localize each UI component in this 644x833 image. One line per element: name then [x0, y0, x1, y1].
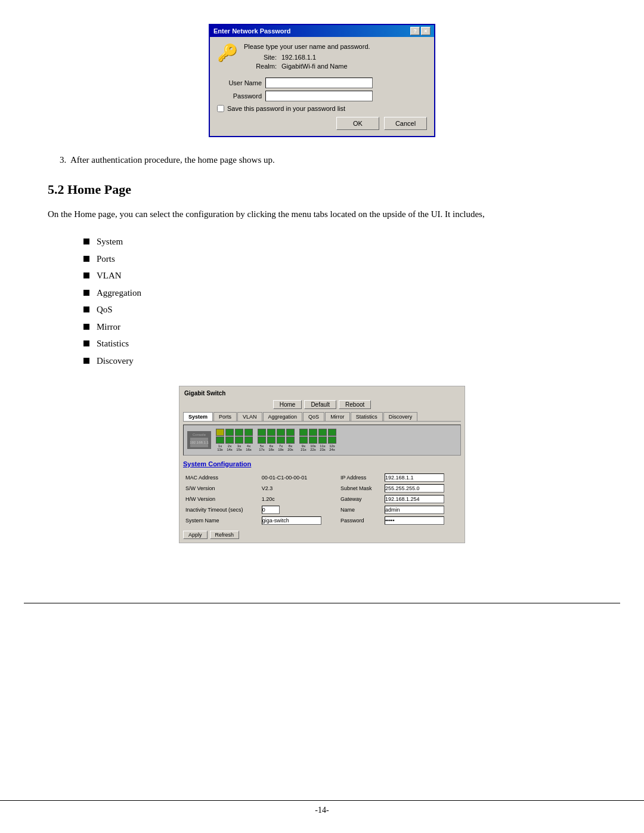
dialog-help-button[interactable]: ?: [410, 27, 420, 35]
switch-ui-screenshot: Gigabit Switch Home Default Reboot Syste…: [48, 386, 596, 543]
mac-address-label: MAC Address: [183, 472, 259, 483]
config-table: MAC Address 00-01-C1-00-00-01 IP Address…: [183, 472, 461, 526]
ok-button[interactable]: OK: [336, 117, 379, 130]
hw-version-label: H/W Version: [183, 494, 259, 504]
port-20[interactable]: [328, 429, 336, 436]
bullet-icon: [83, 239, 89, 244]
sw-version-row: S/W Version V2.3 Subnet Mask: [183, 483, 461, 494]
tab-aggregation[interactable]: Aggregation: [263, 412, 303, 421]
network-password-dialog: Enter Network Password ? × 🔑 Please type…: [209, 24, 435, 137]
inactivity-input[interactable]: [262, 506, 280, 514]
port-6[interactable]: [225, 436, 234, 444]
switch-nav-buttons: Home Default Reboot: [183, 400, 461, 409]
port-labels-2b: 17x 18x 19x 20x: [258, 448, 295, 451]
port-labels-3b: 21x 22x 23x 24x: [299, 448, 336, 451]
section-heading: 5.2 Home Page: [48, 182, 596, 197]
mac-address-row: MAC Address 00-01-C1-00-00-01 IP Address: [183, 472, 461, 483]
ports-panel: Console 192.168.1.1: [183, 425, 461, 456]
port-19[interactable]: [318, 429, 327, 436]
port-22[interactable]: [309, 436, 317, 444]
ports-group-3: 9x 10x 11x 12x 21x 22x 23x 24x: [299, 429, 336, 451]
port-23[interactable]: [318, 436, 327, 444]
port-18[interactable]: [309, 429, 317, 436]
list-item: Mirror: [83, 318, 596, 336]
switch-ui-title: Gigabit Switch: [183, 390, 461, 397]
list-item: Discovery: [83, 352, 596, 370]
default-nav-button[interactable]: Default: [304, 400, 336, 409]
port-7[interactable]: [235, 436, 243, 444]
config-title: System Configuration: [183, 460, 461, 467]
tab-discovery[interactable]: Discovery: [383, 412, 418, 421]
password-label: Password: [217, 92, 262, 100]
realm-value: GigabitWi-fi and Name: [281, 63, 348, 70]
port-5[interactable]: [216, 436, 224, 444]
username-input[interactable]: [265, 78, 373, 88]
subnet-mask-label: Subnet Mask: [338, 483, 382, 494]
system-name-input[interactable]: [262, 516, 321, 525]
port-1[interactable]: [216, 429, 224, 436]
port-10[interactable]: [267, 429, 275, 436]
save-password-checkbox[interactable]: [217, 105, 224, 112]
port-14[interactable]: [267, 436, 275, 444]
username-label: User Name: [217, 79, 262, 86]
inactivity-label: Inactivity Timeout (secs): [183, 504, 259, 515]
tab-ports[interactable]: Ports: [213, 412, 237, 421]
refresh-button[interactable]: Refresh: [210, 531, 240, 539]
dialog-titlebar: Enter Network Password ? ×: [210, 25, 434, 37]
console-icon: Console 192.168.1.1: [187, 431, 211, 449]
tab-mirror[interactable]: Mirror: [325, 412, 350, 421]
realm-label: Realm:: [244, 63, 277, 70]
password-input[interactable]: [265, 91, 373, 101]
site-value: 192.168.1.1: [281, 54, 316, 61]
tab-vlan[interactable]: VLAN: [237, 412, 262, 421]
port-12[interactable]: [286, 429, 295, 436]
port-17[interactable]: [299, 429, 308, 436]
port-16[interactable]: [286, 436, 295, 444]
port-labels-1b: 13x 14x 15x 16x: [216, 448, 253, 451]
home-nav-button[interactable]: Home: [273, 400, 302, 409]
dialog-container: Enter Network Password ? × 🔑 Please type…: [48, 24, 596, 137]
subnet-mask-input[interactable]: [385, 484, 444, 493]
system-name-row: System Name Password: [183, 515, 461, 526]
hw-version-row: H/W Version 1.20c Gateway: [183, 494, 461, 504]
password-field-input[interactable]: [385, 516, 444, 525]
port-row-top-2: [258, 429, 295, 436]
port-row-top-3: [299, 429, 336, 436]
port-2[interactable]: [225, 429, 234, 436]
list-item: QoS: [83, 301, 596, 318]
name-input[interactable]: [385, 506, 444, 514]
port-13[interactable]: [258, 436, 266, 444]
page-footer: -14-: [0, 800, 644, 815]
cancel-button[interactable]: Cancel: [384, 117, 427, 130]
key-icon: 🔑: [217, 43, 238, 63]
gateway-input[interactable]: [385, 495, 444, 503]
port-24[interactable]: [328, 436, 336, 444]
dialog-titlebar-buttons: ? ×: [410, 27, 431, 35]
port-21[interactable]: [299, 436, 308, 444]
feature-list: System Ports VLAN Aggregation QoS Mirror…: [83, 233, 596, 369]
site-label: Site:: [244, 54, 277, 61]
port-9[interactable]: [258, 429, 266, 436]
ip-address-input[interactable]: [385, 473, 444, 482]
dialog-close-button[interactable]: ×: [421, 27, 431, 35]
step3-text: 3. After authentication procedure, the h…: [60, 155, 596, 165]
save-password-row: Save this password in your password list: [217, 105, 427, 112]
port-8[interactable]: [244, 436, 253, 444]
tab-qos[interactable]: QoS: [303, 412, 324, 421]
port-3[interactable]: [235, 429, 243, 436]
save-password-label: Save this password in your password list: [227, 105, 345, 112]
reboot-nav-button[interactable]: Reboot: [339, 400, 371, 409]
list-item: VLAN: [83, 267, 596, 284]
ports-group-2: 5x 6x 7x 8x 17x 18x 19x 20x: [258, 429, 295, 451]
tab-system[interactable]: System: [183, 412, 213, 421]
port-11[interactable]: [277, 429, 285, 436]
port-4[interactable]: [244, 429, 253, 436]
tab-statistics[interactable]: Statistics: [351, 412, 383, 421]
bullet-icon: [83, 306, 89, 312]
ip-address-label: IP Address: [338, 472, 382, 483]
switch-bottom-buttons: Apply Refresh: [183, 531, 461, 539]
name-label: Name: [338, 504, 382, 515]
port-15[interactable]: [277, 436, 285, 444]
dialog-prompt: Please type your user name and password.: [244, 43, 427, 50]
apply-button[interactable]: Apply: [183, 531, 208, 539]
